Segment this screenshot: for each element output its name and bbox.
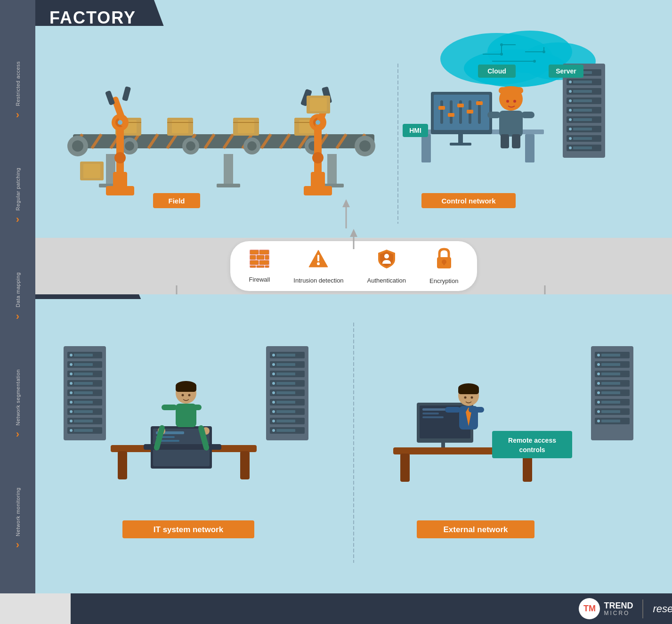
svg-rect-297: [458, 387, 479, 394]
svg-point-198: [70, 401, 73, 404]
svg-point-201: [70, 410, 73, 413]
svg-text:IT system network: IT system network: [154, 525, 224, 534]
svg-rect-272: [601, 382, 620, 385]
svg-rect-199: [74, 401, 93, 404]
svg-point-37: [569, 128, 572, 130]
svg-text:Remote access: Remote access: [508, 437, 556, 444]
svg-rect-158: [259, 250, 269, 254]
svg-point-299: [471, 397, 473, 399]
svg-point-189: [70, 373, 73, 375]
svg-point-265: [597, 363, 600, 366]
svg-point-146: [316, 120, 320, 125]
svg-rect-266: [601, 363, 620, 366]
svg-point-25: [569, 90, 572, 93]
sidebar-item-1: Restricted access ›: [15, 61, 21, 121]
svg-rect-303: [469, 407, 484, 413]
svg-rect-287: [422, 408, 446, 411]
svg-point-183: [70, 354, 73, 357]
svg-point-140: [312, 152, 324, 163]
svg-text:Server: Server: [556, 67, 576, 75]
svg-rect-164: [250, 266, 256, 267]
svg-point-34: [569, 118, 572, 121]
svg-rect-52: [440, 100, 443, 124]
chevron-icon-2: ›: [16, 213, 19, 226]
svg-rect-26: [573, 90, 592, 93]
svg-point-249: [182, 394, 184, 397]
svg-rect-57: [438, 106, 445, 110]
svg-point-232: [272, 420, 275, 422]
svg-point-226: [272, 401, 275, 404]
chevron-icon-4: ›: [16, 428, 19, 440]
svg-point-274: [597, 391, 600, 394]
svg-point-195: [70, 391, 73, 394]
svg-rect-29: [573, 99, 592, 102]
security-item-intrusion: Intrusion detection: [293, 248, 343, 284]
svg-rect-38: [573, 128, 592, 130]
svg-rect-32: [573, 109, 592, 112]
svg-rect-72: [501, 134, 509, 148]
svg-text:External network: External network: [444, 525, 509, 534]
svg-rect-148: [83, 164, 100, 178]
svg-point-192: [70, 382, 73, 385]
sidebar-item-3: Data mapping ›: [15, 272, 21, 323]
security-item-auth: Authentication: [367, 248, 406, 284]
svg-point-98: [125, 141, 134, 151]
bottom-bar: TM TREND MICRO research: [71, 593, 672, 624]
encrypt-label: Encryption: [429, 277, 458, 284]
svg-rect-174: [443, 262, 445, 265]
svg-rect-169: [317, 255, 319, 261]
svg-rect-58: [448, 113, 454, 117]
svg-text:Field: Field: [168, 197, 185, 205]
main-container: Restricted access › Regular patching › D…: [0, 0, 672, 624]
svg-rect-284: [601, 420, 620, 422]
sidebar: Restricted access › Regular patching › D…: [0, 0, 35, 593]
svg-point-11: [500, 53, 503, 56]
factory-section: FACTORY: [35, 0, 672, 238]
svg-rect-71: [521, 112, 534, 118]
svg-rect-109: [327, 154, 337, 187]
security-item-encrypt: Encryption: [429, 248, 458, 284]
svg-rect-238: [118, 451, 127, 479]
svg-rect-163: [259, 260, 269, 265]
svg-point-217: [272, 373, 275, 375]
svg-rect-63: [450, 143, 471, 146]
svg-point-250: [188, 394, 191, 397]
svg-rect-293: [400, 454, 410, 482]
svg-point-14: [542, 50, 545, 53]
trend-label: TREND: [604, 601, 633, 610]
tm-text: TREND MICRO: [604, 601, 633, 616]
svg-rect-224: [276, 391, 295, 394]
sidebar-item-5: Network monitoring ›: [15, 487, 21, 551]
svg-rect-59: [457, 104, 464, 107]
svg-point-102: [247, 141, 257, 151]
svg-rect-252: [162, 405, 177, 410]
svg-rect-70: [487, 112, 501, 118]
svg-rect-239: [240, 451, 250, 479]
sidebar-label-4: Network segmentation: [15, 369, 21, 425]
office-illustration: IT system network: [35, 299, 672, 577]
svg-point-31: [569, 109, 572, 112]
svg-rect-304: [492, 431, 572, 458]
svg-point-96: [72, 140, 83, 152]
sidebar-item-2: Regular patching ›: [15, 168, 21, 226]
svg-rect-212: [276, 354, 295, 357]
factory-title: FACTORY: [49, 8, 136, 28]
encrypt-icon: [435, 248, 453, 274]
svg-point-280: [597, 410, 600, 413]
firewall-label: Firewall: [249, 276, 270, 283]
svg-rect-61: [476, 101, 483, 105]
auth-label: Authentication: [367, 277, 406, 284]
svg-rect-66: [499, 87, 523, 94]
svg-point-170: [317, 262, 320, 265]
svg-rect-161: [265, 255, 269, 259]
chevron-icon-5: ›: [16, 539, 19, 551]
svg-rect-275: [601, 391, 620, 394]
svg-point-235: [272, 429, 275, 432]
svg-rect-145: [310, 98, 327, 111]
office-section: OFFICE: [35, 294, 672, 593]
svg-rect-184: [74, 354, 93, 357]
auth-icon: [376, 248, 397, 273]
svg-point-130: [114, 152, 126, 163]
svg-rect-196: [74, 391, 93, 394]
up-arrow: [344, 227, 363, 252]
